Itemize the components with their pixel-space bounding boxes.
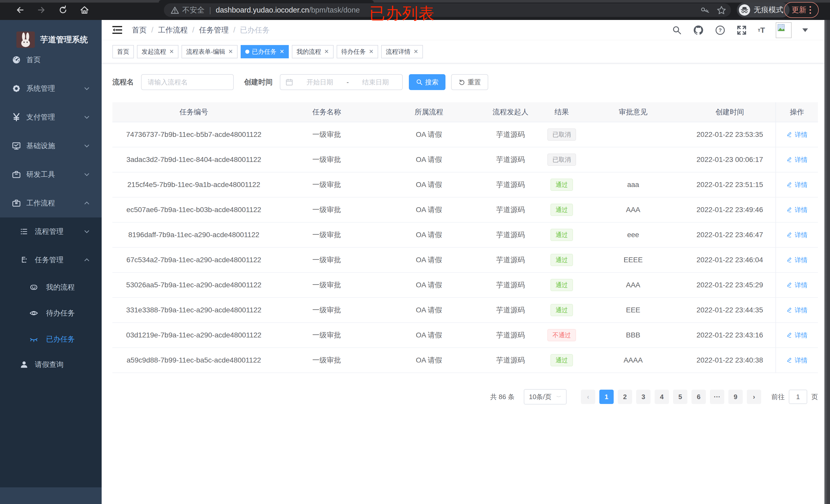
sidebar-item-process-management[interactable]: 流程管理 (0, 217, 102, 246)
search-button[interactable]: 搜索 (409, 74, 445, 90)
url-divider: | (209, 6, 211, 14)
browser-back-button[interactable] (13, 4, 26, 16)
sidebar-item-devtools[interactable]: 研发工具 (0, 160, 102, 189)
detail-link[interactable]: 详情 (787, 306, 807, 314)
eye-closed-icon (29, 334, 39, 344)
page-button-6[interactable]: 6 (692, 390, 706, 404)
page-button-5[interactable]: 5 (673, 390, 688, 404)
table-row: ec507ae6-7b9a-11ec-b03b-acde48001122 一级审… (113, 198, 818, 223)
tab-process-detail[interactable]: 流程详情✕ (381, 45, 423, 58)
close-tab-icon[interactable]: ✕ (169, 48, 174, 55)
monitor-icon (11, 141, 22, 151)
reload-icon (58, 5, 68, 14)
bookmark-star-icon[interactable] (716, 5, 726, 15)
cell-task-id: ec507ae6-7b9a-11ec-b03b-acde48001122 (113, 198, 275, 222)
cell-task-name: 一级审批 (275, 348, 378, 372)
sidebar-item-system[interactable]: 系统管理 (0, 74, 102, 103)
browser-update-button[interactable]: 更新 (784, 2, 819, 18)
url-path: /bpm/task/done (309, 6, 360, 14)
close-tab-icon[interactable]: ✕ (280, 48, 284, 55)
sidebar-item-my-process[interactable]: 我的流程 (0, 273, 102, 302)
col-comment: 审批意见 (582, 102, 684, 122)
next-page-button[interactable]: › (747, 390, 761, 404)
table-body: 74736737-7b9b-11ec-b5b7-acde48001122 一级审… (113, 122, 818, 373)
breadcrumb-task-management[interactable]: 任务管理 (199, 25, 229, 35)
detail-link[interactable]: 详情 (787, 231, 807, 239)
tab-my-process[interactable]: 我的流程✕ (292, 45, 333, 58)
browser-active-tab[interactable] (159, 0, 374, 3)
page-button-3[interactable]: 3 (636, 390, 650, 404)
sidebar-item-done-tasks[interactable]: 已办任务 (0, 325, 102, 354)
detail-link[interactable]: 详情 (787, 156, 807, 164)
github-icon[interactable] (693, 25, 704, 36)
help-icon[interactable]: ? (715, 25, 726, 36)
close-tab-icon[interactable]: ✕ (228, 48, 233, 55)
goto-page-input[interactable] (789, 390, 807, 404)
breadcrumb-workflow[interactable]: 工作流程 (158, 25, 188, 35)
cell-create-time: 2022-01-22 23:44:35 (684, 298, 775, 322)
reset-button[interactable]: 重置 (451, 74, 488, 90)
search-icon[interactable] (672, 25, 682, 35)
table-row: 03d1219e-7b9a-11ec-a290-acde48001122 一级审… (113, 323, 818, 348)
page-size-select[interactable]: 10条/页 ﹀ (524, 389, 567, 404)
detail-link[interactable]: 详情 (787, 131, 807, 139)
filter-form: 流程名 创建时间 开始日期 - 结束日期 搜索 重置 (113, 71, 488, 94)
tab-done-tasks[interactable]: 已办任务✕ (241, 45, 289, 58)
end-date-placeholder: 结束日期 (354, 78, 397, 87)
date-range-input[interactable]: 开始日期 - 结束日期 (280, 74, 403, 90)
browser-menu-icon[interactable] (809, 6, 811, 14)
sidebar-item-infrastructure[interactable]: 基础设施 (0, 132, 102, 160)
detail-link[interactable]: 详情 (787, 281, 807, 289)
detail-link[interactable]: 详情 (787, 180, 807, 189)
window-scrollbar-strip[interactable] (824, 20, 830, 504)
main-area: 首页 / 工作流程 / 任务管理 / 已办任务 ? тT 首页 (102, 20, 824, 504)
page-button-2[interactable]: 2 (618, 390, 632, 404)
tab-process-form-edit[interactable]: 流程表单-编辑✕ (182, 45, 237, 58)
detail-link[interactable]: 详情 (787, 356, 807, 365)
edit-pencil-icon (787, 332, 793, 338)
avatar-caret-icon[interactable] (802, 28, 808, 32)
not-secure-warning-icon (170, 6, 179, 14)
fullscreen-icon[interactable] (736, 25, 747, 36)
prev-page-button[interactable]: ‹ (581, 390, 595, 404)
detail-link[interactable]: 详情 (787, 256, 807, 264)
page-button-9[interactable]: 9 (728, 390, 743, 404)
sidebar-item-label: 研发工具 (26, 170, 55, 179)
close-tab-icon[interactable]: ✕ (413, 48, 418, 55)
goto-suffix: 页 (811, 393, 818, 401)
sidebar-item-payment[interactable]: 支付管理 (0, 103, 102, 132)
close-tab-icon[interactable]: ✕ (324, 48, 329, 55)
tab-todo-tasks[interactable]: 待办任务✕ (337, 45, 378, 58)
tab-home[interactable]: 首页 (113, 45, 134, 58)
avatar[interactable] (776, 22, 792, 38)
more-pages-button[interactable]: ··· (710, 390, 724, 404)
browser-home-button[interactable] (78, 4, 91, 16)
cell-comment (582, 122, 684, 147)
address-bar[interactable]: 不安全 | dashboard.yudao.iocoder.cn/bpm/tas… (164, 3, 731, 17)
update-label: 更新 (792, 5, 806, 15)
cell-task-id: 331e3388-7b9a-11ec-a290-acde48001122 (113, 298, 275, 322)
col-task-id: 任务编号 (113, 102, 275, 122)
cell-actions: 详情 (775, 323, 818, 347)
edit-pencil-icon (787, 182, 793, 188)
cell-result: 通过 (541, 223, 582, 247)
password-key-icon[interactable] (700, 6, 709, 15)
detail-link[interactable]: 详情 (787, 331, 807, 339)
detail-link[interactable]: 详情 (787, 206, 807, 214)
tab-start-process[interactable]: 发起流程✕ (137, 45, 179, 58)
sidebar-item-task-management[interactable]: 任务管理 (0, 246, 102, 274)
close-tab-icon[interactable]: ✕ (369, 48, 374, 55)
page-button-4[interactable]: 4 (655, 390, 669, 404)
sidebar-collapse-button[interactable] (113, 26, 122, 34)
process-name-input[interactable] (148, 78, 227, 86)
sidebar-item-todo-tasks[interactable]: 待办任务 (0, 299, 102, 328)
browser-reload-button[interactable] (57, 4, 69, 16)
browser-forward-button[interactable] (35, 4, 48, 16)
font-size-icon[interactable]: тT (758, 26, 765, 35)
sidebar-item-leave-query[interactable]: 请假查询 (0, 350, 102, 379)
cell-result: 通过 (541, 348, 582, 372)
sidebar-item-workflow[interactable]: 工作流程 (0, 189, 102, 217)
sidebar-item-home[interactable]: 首页 (0, 45, 102, 74)
breadcrumb-home[interactable]: 首页 (132, 25, 147, 35)
page-button-1[interactable]: 1 (599, 390, 614, 404)
